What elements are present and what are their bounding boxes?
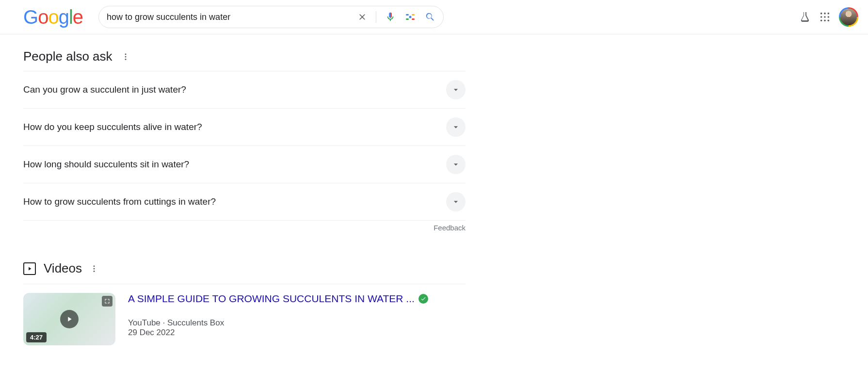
search-results: People also ask Can you grow a succulent… — [0, 34, 466, 345]
search-bar — [98, 6, 444, 28]
chevron-down-icon[interactable] — [446, 155, 466, 174]
video-title-link[interactable]: A SIMPLE GUIDE TO GROWING SUCCULENTS IN … — [128, 293, 415, 305]
paa-question: How long should succulents sit in water? — [23, 159, 189, 170]
more-options-icon[interactable] — [121, 52, 130, 61]
video-date: 29 Dec 2022 — [128, 328, 428, 338]
svg-point-16 — [125, 58, 126, 60]
paa-list: Can you grow a succulent in just water? … — [23, 71, 466, 221]
chevron-down-icon[interactable] — [446, 117, 466, 137]
header: Google — [0, 0, 868, 34]
video-channel: Succulents Box — [167, 318, 224, 327]
apps-icon[interactable] — [820, 12, 830, 22]
svg-point-18 — [94, 268, 95, 269]
svg-point-11 — [820, 20, 822, 22]
paa-question: How do you keep succulents alive in wate… — [23, 122, 202, 132]
search-input[interactable] — [107, 12, 350, 22]
svg-point-9 — [824, 16, 826, 18]
video-meta: A SIMPLE GUIDE TO GROWING SUCCULENTS IN … — [128, 293, 428, 345]
svg-point-7 — [828, 13, 830, 15]
image-search-icon[interactable] — [404, 11, 416, 23]
play-icon — [60, 310, 79, 328]
svg-point-4 — [409, 16, 412, 18]
chevron-down-icon[interactable] — [446, 80, 466, 99]
search-icon[interactable] — [425, 12, 435, 22]
separator — [376, 11, 376, 23]
svg-rect-1 — [412, 14, 415, 16]
video-duration: 4:27 — [26, 332, 47, 342]
header-right — [799, 7, 858, 27]
google-logo[interactable]: Google — [23, 6, 83, 28]
svg-point-17 — [94, 265, 95, 267]
paa-question: Can you grow a succulent in just water? — [23, 84, 186, 95]
svg-point-8 — [820, 16, 822, 18]
feedback-link[interactable]: Feedback — [23, 224, 466, 232]
more-options-icon[interactable] — [90, 264, 98, 273]
video-thumbnail[interactable]: 4:27 — [23, 293, 115, 345]
video-source: YouTube — [128, 318, 161, 327]
expand-icon[interactable] — [102, 296, 113, 307]
svg-rect-0 — [406, 14, 409, 16]
paa-item[interactable]: How to grow succulents from cuttings in … — [23, 183, 466, 220]
svg-point-13 — [828, 20, 830, 22]
svg-point-14 — [125, 53, 126, 55]
svg-point-5 — [820, 13, 822, 15]
videos-section: Videos 4:27 A SIMPLE GUIDE TO GROWING SU… — [23, 261, 466, 345]
svg-point-10 — [828, 16, 830, 18]
account-avatar[interactable] — [839, 7, 858, 27]
videos-title: Videos — [44, 261, 82, 276]
clear-icon[interactable] — [357, 12, 367, 22]
voice-search-icon[interactable] — [385, 12, 396, 22]
svg-point-12 — [824, 20, 826, 22]
svg-rect-2 — [406, 18, 409, 20]
svg-point-19 — [94, 270, 95, 272]
paa-item[interactable]: How long should succulents sit in water? — [23, 146, 466, 183]
paa-question: How to grow succulents from cuttings in … — [23, 196, 216, 207]
search-icon-group — [357, 11, 435, 23]
verified-icon — [418, 294, 428, 304]
people-also-ask-section: People also ask Can you grow a succulent… — [23, 49, 466, 232]
video-source-line: YouTube · Succulents Box — [128, 318, 428, 328]
chevron-down-icon[interactable] — [446, 192, 466, 211]
labs-icon[interactable] — [799, 11, 811, 23]
paa-header: People also ask — [23, 49, 466, 64]
svg-rect-3 — [412, 18, 415, 20]
video-result[interactable]: 4:27 A SIMPLE GUIDE TO GROWING SUCCULENT… — [23, 284, 466, 345]
videos-header: Videos — [23, 261, 466, 276]
video-play-icon — [23, 262, 36, 275]
paa-title: People also ask — [23, 49, 113, 64]
paa-item[interactable]: Can you grow a succulent in just water? — [23, 71, 466, 108]
paa-item[interactable]: How do you keep succulents alive in wate… — [23, 108, 466, 146]
svg-point-15 — [125, 56, 126, 57]
svg-point-6 — [824, 13, 826, 15]
